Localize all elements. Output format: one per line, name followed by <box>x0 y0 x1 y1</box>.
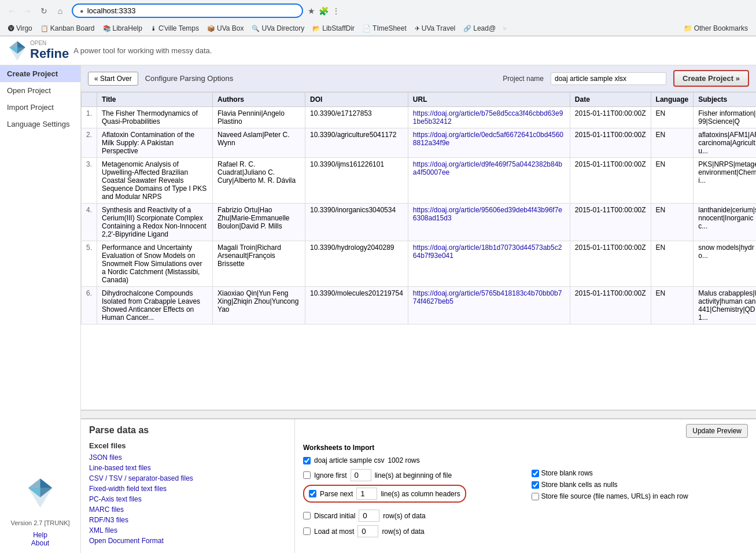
cell-title: Synthesis and Reactivity of a Cerium(III… <box>97 204 213 241</box>
cell-authors: Naveed Aslam|Peter C. Wynn <box>213 128 305 158</box>
sidebar-item-open-project[interactable]: Open Project <box>0 82 80 99</box>
bookmark-timesheet[interactable]: 📄 TImeSheet <box>359 23 410 34</box>
bookmark-uvadirectory[interactable]: 🔍 UVa Directory <box>248 23 308 34</box>
star-icon[interactable]: ★ <box>308 6 315 16</box>
load-at-most-input[interactable] <box>357 525 378 537</box>
cell-authors: Xiaoxiao Qin|Yun Feng Xing|Zhiqin Zhou|Y… <box>213 287 305 324</box>
home-button[interactable]: ⌂ <box>53 4 67 18</box>
filetype-json[interactable]: JSON files <box>89 453 286 462</box>
filetype-linebased[interactable]: Line-based text files <box>89 464 286 472</box>
discard-initial-label: Discard initial <box>314 512 355 520</box>
url-link[interactable]: https://doaj.org/article/d9fe469f75a0442… <box>413 160 562 176</box>
bookmark-uvatravel[interactable]: ✈ UVa Travel <box>411 23 459 34</box>
extensions-icon[interactable]: 🧩 <box>319 6 329 16</box>
sidebar-item-language-settings[interactable]: Language Settings <box>0 116 80 132</box>
url-link[interactable]: https://doaj.org/article/5765b418183c4b7… <box>413 289 562 305</box>
bookmark-kanban[interactable]: 📋 Kanban Board <box>37 23 98 34</box>
store-blank-rows-checkbox[interactable] <box>532 470 539 477</box>
bookmark-cville[interactable]: 🌡 C'ville Temps <box>147 23 202 34</box>
store-file-source-label: Store file source (file names, URLs) in … <box>532 492 688 500</box>
filetype-csv[interactable]: CSV / TSV / separator-based files <box>89 474 286 482</box>
filetype-marc[interactable]: MARC files <box>89 506 286 514</box>
parse-col-right: Store blank rows Store blank cells as nu… <box>532 469 748 541</box>
cell-subjects: aflatoxins|AFM1|AF carcinoma|Agricultu..… <box>694 128 756 158</box>
bookmark-cville-label: C'ville Temps <box>158 24 199 32</box>
help-link[interactable]: Help <box>0 531 80 539</box>
filetype-rdf[interactable]: RDF/N3 files <box>89 516 286 524</box>
url-link[interactable]: https://doaj.org/article/b75e8d5cca3f46c… <box>413 109 563 126</box>
reload-button[interactable]: ↻ <box>37 4 51 18</box>
url-link[interactable]: https://doaj.org/article/95606ed39deb4f4… <box>413 206 562 222</box>
parse-next-checkbox[interactable] <box>309 490 316 497</box>
discard-initial-checkbox[interactable] <box>303 512 311 519</box>
url-link[interactable]: https://doaj.org/article/0edc5af6672641c… <box>413 131 563 147</box>
bookmark-libstaffdir[interactable]: 📂 LibStaffDir <box>309 23 358 34</box>
start-over-button[interactable]: « Start Over <box>88 72 138 86</box>
parse-next-label: Parse next <box>320 490 353 498</box>
filetype-xml[interactable]: XML files <box>89 526 286 534</box>
col-header-url[interactable]: URL <box>408 93 570 107</box>
parse-next-suffix: line(s) as column headers <box>381 490 460 498</box>
back-button[interactable]: ← <box>5 4 19 18</box>
ignore-first-checkbox[interactable] <box>303 471 311 479</box>
filetype-opendoc[interactable]: Open Document Format <box>89 537 286 545</box>
bookmark-virgo[interactable]: 🅥 Virgo <box>5 23 36 34</box>
bookmark-leadat[interactable]: 🔗 Lead@ <box>460 23 499 34</box>
url-link[interactable]: https://doaj.org/article/18b1d70730d4457… <box>413 244 562 260</box>
cell-language: EN <box>651 158 694 204</box>
col-header-title[interactable]: Title <box>97 93 213 107</box>
bookmark-uvabox-label: UVa Box <box>217 24 244 32</box>
worksheet-checkbox[interactable] <box>303 457 311 464</box>
cell-doi: 10.3390/agriculture5041172 <box>305 128 408 158</box>
svg-marker-2 <box>17 41 25 47</box>
filetype-fixedwidth[interactable]: Fixed-width field text files <box>89 485 286 493</box>
horizontal-scroll-bar[interactable] <box>81 410 756 418</box>
col-header-doi[interactable]: DOI <box>305 93 408 107</box>
menu-icon[interactable]: ⋮ <box>332 6 340 16</box>
update-preview-button[interactable]: Update Preview <box>686 424 748 438</box>
ignore-first-input[interactable] <box>351 469 371 481</box>
librahelp-icon: 📚 <box>103 25 111 32</box>
cell-authors: Fabrizio Ortu|Hao Zhu|Marie-Emmanuelle B… <box>213 204 305 241</box>
col-header-subjects[interactable]: Subjects <box>694 93 756 107</box>
bookmark-uvabox[interactable]: 📦 UVa Box <box>204 23 247 34</box>
browser-chrome: ← → ↻ ⌂ ● ★ 🧩 ⋮ 🅥 Virgo 📋 Kanban Board 📚… <box>0 0 756 36</box>
store-file-source-checkbox[interactable] <box>532 493 539 500</box>
parse-next-input[interactable] <box>356 488 377 500</box>
col-header-language[interactable]: Language <box>651 93 694 107</box>
cell-subjects: PKS|NRPS|metage environment|Chemi... <box>694 158 756 204</box>
sidebar-item-import-project[interactable]: Import Project <box>0 99 80 116</box>
bookmark-timesheet-label: TImeSheet <box>373 24 407 32</box>
address-bar-wrap[interactable]: ● <box>72 3 303 18</box>
store-blank-cells-checkbox[interactable] <box>532 481 539 489</box>
sidebar-diamond-icon <box>27 477 53 509</box>
col-header-authors[interactable]: Authors <box>213 93 305 107</box>
about-link[interactable]: About <box>0 539 80 547</box>
app-tagline: A power tool for working with messy data… <box>73 46 212 55</box>
project-name-input[interactable] <box>551 72 666 85</box>
create-project-button[interactable]: Create Project » <box>673 70 749 87</box>
bookmark-other[interactable]: 📁 Other Bookmarks <box>680 23 751 34</box>
main-content: « Start Over Configure Parsing Options P… <box>81 65 756 553</box>
bookmark-librahelp[interactable]: 📚 LibraHelp <box>99 23 146 34</box>
option-store-file-source: Store file source (file names, URLs) in … <box>532 492 748 500</box>
load-at-most-checkbox[interactable] <box>303 528 311 535</box>
data-table: Title Authors DOI URL Date Language Subj… <box>81 92 756 324</box>
forward-button[interactable]: → <box>21 4 35 18</box>
col-header-date[interactable]: Date <box>570 93 651 107</box>
cell-url: https://doaj.org/article/b75e8d5cca3f46c… <box>408 107 570 128</box>
address-input[interactable] <box>87 6 295 15</box>
filetype-excel[interactable]: Excel files <box>89 441 286 450</box>
discard-initial-input[interactable] <box>359 510 379 522</box>
cell-authors: Flavia Pennini|Angelo Plastino <box>213 107 305 128</box>
data-table-wrap: Title Authors DOI URL Date Language Subj… <box>81 92 756 410</box>
cell-authors: Rafael R. C. Cuadrat|Juliano C. Cury|Alb… <box>213 158 305 204</box>
cell-date: 2015-01-11T00:00:00Z <box>570 287 651 324</box>
cell-subjects: Fisher information|c999|Science|Q <box>694 107 756 128</box>
table-row: 6. Dihydrochalcone Compounds Isolated fr… <box>82 287 757 324</box>
sidebar-item-create-project[interactable]: Create Project <box>0 65 80 82</box>
table-header-row: Title Authors DOI URL Date Language Subj… <box>82 93 757 107</box>
filetype-pcaxis[interactable]: PC-Axis text files <box>89 495 286 503</box>
parse-right-top: Update Preview <box>303 424 748 438</box>
cell-subjects: Malus crabapples|le activity|human canc … <box>694 287 756 324</box>
